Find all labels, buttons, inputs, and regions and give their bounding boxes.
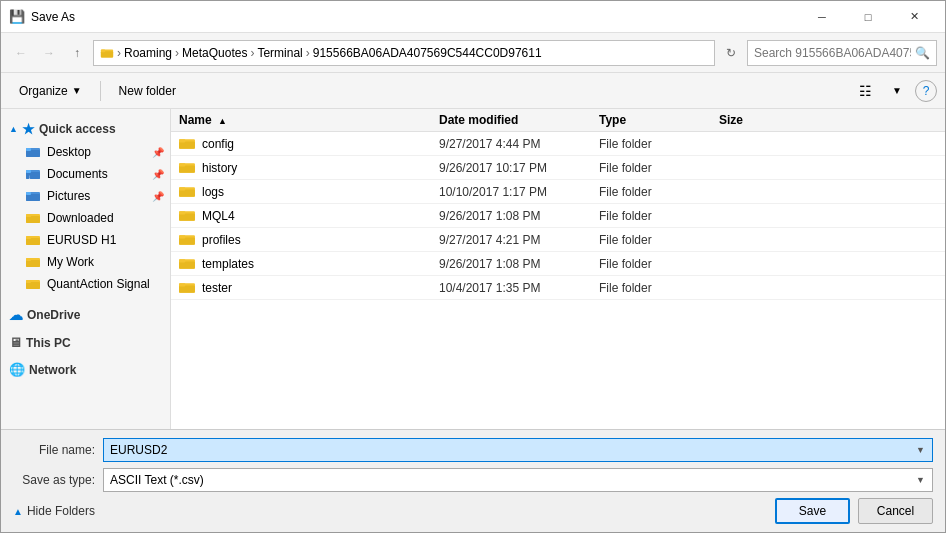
sidebar-item-documents[interactable]: ↓ Documents 📌 (1, 163, 170, 185)
maximize-button[interactable]: □ (845, 1, 891, 33)
thispc-label: This PC (26, 336, 71, 350)
path-roaming: Roaming (124, 46, 172, 60)
path-metaquotes: MetaQuotes (182, 46, 247, 60)
svg-rect-33 (179, 187, 185, 190)
minimize-button[interactable]: ─ (799, 1, 845, 33)
folder-icon-config (179, 136, 196, 151)
thispc-section[interactable]: 🖥 This PC (1, 331, 170, 354)
file-row-templates[interactable]: templates 9/26/2017 1:08 PM File folder (171, 252, 945, 276)
toolbar-right: ☷ ▼ ? (851, 78, 937, 104)
file-row-logs[interactable]: logs 10/10/2017 1:17 PM File folder (171, 180, 945, 204)
folder-icon-profiles (179, 232, 196, 247)
svg-text:↓: ↓ (28, 174, 31, 180)
onedrive-section[interactable]: ☁ OneDrive (1, 303, 170, 327)
view-dropdown-button[interactable]: ▼ (883, 78, 911, 104)
col-type-header[interactable]: Type (599, 113, 719, 127)
sidebar: ▲ ★ Quick access Desktop 📌 ↓ Documents 📌… (1, 109, 171, 429)
refresh-button[interactable]: ↻ (719, 41, 743, 65)
path-terminal: Terminal (257, 46, 302, 60)
filename-input-wrap (103, 438, 933, 462)
path-guid: 915566BA06ADA407569C544CC0D97611 (313, 46, 542, 60)
search-input[interactable] (754, 46, 911, 60)
up-button[interactable]: ↑ (65, 41, 89, 65)
desktop-pin-icon: 📌 (152, 147, 164, 158)
svg-rect-18 (26, 236, 31, 239)
filename-label: File name: (13, 443, 103, 457)
cancel-button[interactable]: Cancel (858, 498, 933, 524)
svg-rect-36 (179, 211, 185, 214)
folder-icon-mql4 (179, 208, 196, 223)
new-folder-button[interactable]: New folder (109, 78, 186, 104)
save-button[interactable]: Save (775, 498, 850, 524)
sidebar-item-quantaction[interactable]: QuantAction Signal (1, 273, 170, 295)
col-name-header[interactable]: Name ▲ (179, 113, 439, 127)
file-name-config: config (179, 136, 439, 151)
quick-access-section[interactable]: ▲ ★ Quick access (1, 117, 170, 141)
svg-rect-11 (26, 194, 40, 201)
sidebar-item-desktop[interactable]: Desktop 📌 (1, 141, 170, 163)
svg-rect-44 (179, 285, 195, 292)
network-label: Network (29, 363, 76, 377)
sidebar-item-mywork[interactable]: My Work (1, 251, 170, 273)
help-button[interactable]: ? (915, 80, 937, 102)
forward-button[interactable]: → (37, 41, 61, 65)
sidebar-pictures-label: Pictures (47, 189, 90, 203)
pictures-pin-icon: 📌 (152, 191, 164, 202)
svg-rect-38 (179, 237, 195, 244)
hide-folders-label: Hide Folders (27, 504, 95, 518)
svg-rect-2 (101, 49, 105, 52)
onedrive-label: OneDrive (27, 308, 80, 322)
sidebar-downloaded-label: Downloaded (47, 211, 114, 225)
file-row-history[interactable]: history 9/26/2017 10:17 PM File folder (171, 156, 945, 180)
sidebar-item-eurusd[interactable]: EURUSD H1 (1, 229, 170, 251)
back-button[interactable]: ← (9, 41, 33, 65)
filename-row: File name: (13, 438, 933, 462)
sidebar-desktop-label: Desktop (47, 145, 91, 159)
savetype-select[interactable]: ASCII Text (*.csv) (103, 468, 933, 492)
toolbar-separator (100, 81, 101, 101)
sidebar-item-pictures[interactable]: Pictures 📌 (1, 185, 170, 207)
network-section[interactable]: 🌐 Network (1, 358, 170, 381)
organize-button[interactable]: Organize ▼ (9, 78, 92, 104)
savetype-label: Save as type: (13, 473, 103, 487)
file-row-tester[interactable]: tester 10/4/2017 1:35 PM File folder (171, 276, 945, 300)
folder-icon-history (179, 160, 196, 175)
folder-icon-logs (179, 184, 196, 199)
svg-rect-12 (26, 192, 31, 195)
svg-rect-42 (179, 259, 185, 262)
hide-folders-control[interactable]: ▲ Hide Folders (13, 504, 95, 518)
col-size-header[interactable]: Size (719, 113, 799, 127)
view-toggle-button[interactable]: ☷ (851, 78, 879, 104)
sidebar-mywork-label: My Work (47, 255, 94, 269)
svg-rect-32 (179, 189, 195, 196)
sidebar-quantaction-label: QuantAction Signal (47, 277, 150, 291)
sidebar-documents-label: Documents (47, 167, 108, 181)
action-row: ▲ Hide Folders Save Cancel (13, 498, 933, 524)
addressbar: ← → ↑ › Roaming › MetaQuotes › Terminal … (1, 33, 945, 73)
sidebar-eurusd-label: EURUSD H1 (47, 233, 116, 247)
sidebar-item-downloaded[interactable]: Downloaded (1, 207, 170, 229)
svg-rect-29 (179, 165, 195, 172)
filename-input[interactable] (103, 438, 933, 462)
col-date-header[interactable]: Date modified (439, 113, 599, 127)
bottom-bar: File name: Save as type: ASCII Text (*.c… (1, 429, 945, 532)
path-icon (100, 46, 114, 60)
svg-rect-15 (26, 214, 31, 217)
filelist-area: Name ▲ Date modified Type Size config (171, 109, 945, 429)
search-box: 🔍 (747, 40, 937, 66)
svg-rect-4 (26, 150, 40, 157)
svg-rect-14 (26, 216, 40, 223)
savetype-select-wrap: ASCII Text (*.csv) (103, 468, 933, 492)
address-path[interactable]: › Roaming › MetaQuotes › Terminal › 9155… (93, 40, 715, 66)
close-button[interactable]: ✕ (891, 1, 937, 33)
file-row-mql4[interactable]: MQL4 9/26/2017 1:08 PM File folder (171, 204, 945, 228)
file-row-config[interactable]: config 9/27/2017 4:44 PM File folder (171, 132, 945, 156)
search-icon: 🔍 (915, 46, 930, 60)
svg-rect-35 (179, 213, 195, 220)
file-name-mql4: MQL4 (179, 208, 439, 223)
quick-access-chevron-icon: ▲ (9, 124, 18, 134)
svg-rect-5 (26, 148, 31, 151)
file-name-templates: templates (179, 256, 439, 271)
onedrive-icon: ☁ (9, 307, 23, 323)
file-row-profiles[interactable]: profiles 9/27/2017 4:21 PM File folder (171, 228, 945, 252)
